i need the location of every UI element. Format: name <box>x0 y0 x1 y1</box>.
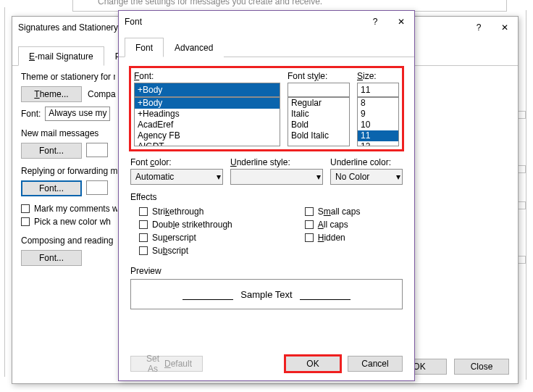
style-field-label: Font style: <box>288 71 350 81</box>
style-listbox[interactable]: Regular Italic Bold Bold Italic <box>288 97 350 146</box>
help-button[interactable]: ? <box>466 17 492 38</box>
sig-close-button[interactable]: Close <box>454 359 509 375</box>
font-input[interactable] <box>134 83 280 97</box>
mark-label: Mark my comments w <box>34 204 117 214</box>
double-strikethrough-checkbox[interactable]: Double strikethrough <box>139 218 232 231</box>
list-item[interactable]: Bold Italic <box>288 130 349 141</box>
tab-advanced[interactable]: Advanced <box>164 38 224 57</box>
reply-sample <box>86 180 108 195</box>
chk-label: Double strikethrough <box>152 220 232 230</box>
chk-label: Subscript <box>152 246 188 256</box>
font-cancel-button[interactable]: Cancel <box>348 356 403 372</box>
size-field-label: Size: <box>357 71 399 81</box>
chk-label: Superscript <box>152 233 196 243</box>
style-input[interactable] <box>288 83 350 97</box>
compose-font-button[interactable]: Font... <box>21 250 82 266</box>
all-caps-checkbox[interactable]: All caps <box>305 218 361 231</box>
hidden-checkbox[interactable]: Hidden <box>305 231 361 244</box>
font-listbox[interactable]: +Body +Headings AcadEref Agency FB AIGDT <box>134 97 280 146</box>
underline-style-dropdown[interactable]: ▾ <box>230 169 323 185</box>
list-item[interactable]: AcadEref <box>135 120 280 130</box>
tab-email-signature[interactable]: E-mail Signature <box>18 46 104 66</box>
strikethrough-checkbox[interactable]: Strikethrough <box>139 205 232 218</box>
chevron-down-icon: ▾ <box>217 172 221 182</box>
close-icon[interactable]: ✕ <box>492 17 518 38</box>
list-item[interactable]: Italic <box>288 109 349 120</box>
underline-color-label: Underline color: <box>330 157 403 167</box>
pick-label: Pick a new color wh <box>34 217 117 227</box>
font-dropdown-label: Font: <box>21 109 41 119</box>
set-default-button[interactable]: Set As Default <box>130 356 203 372</box>
font-field-label: Font: <box>134 71 280 81</box>
list-item[interactable]: 10 <box>358 120 398 130</box>
font-ok-button[interactable]: OK <box>285 356 340 372</box>
font-dialog-title: Font <box>125 17 362 27</box>
chk-label: All caps <box>318 220 348 230</box>
list-item[interactable]: Bold <box>288 120 349 130</box>
chk-label: Hidden <box>318 233 345 243</box>
list-item[interactable]: +Headings <box>135 109 280 120</box>
uline-color-value: No Color <box>335 172 369 182</box>
list-item[interactable]: 12 <box>358 141 398 146</box>
compa-label: Compa <box>88 89 116 99</box>
font-titlebar: Font ? ✕ <box>119 11 414 33</box>
superscript-checkbox[interactable]: Superscript <box>139 231 232 244</box>
chevron-down-icon: ▾ <box>316 172 321 182</box>
list-item[interactable]: 8 <box>358 98 398 109</box>
preview-label: Preview <box>130 266 403 276</box>
font-usage-display: Always use my fonts <box>45 107 110 121</box>
tab-font[interactable]: Font <box>125 38 164 57</box>
size-input[interactable] <box>357 83 399 97</box>
font-help-button[interactable]: ? <box>362 11 388 33</box>
list-item[interactable]: +Body <box>135 98 280 109</box>
font-color-dropdown[interactable]: Automatic ▾ <box>130 169 223 185</box>
effects-label: Effects <box>130 192 403 202</box>
new-mail-sample <box>86 143 108 157</box>
list-item[interactable]: Regular <box>288 98 349 109</box>
preview-text: Sample Text <box>240 289 292 300</box>
list-item[interactable]: 9 <box>358 109 398 120</box>
font-close-icon[interactable]: ✕ <box>388 11 414 33</box>
theme-section-label: Theme or stationery for new HTML e-mail … <box>21 72 115 82</box>
preview-box: Sample Text <box>130 279 403 309</box>
small-caps-checkbox[interactable]: Small caps <box>305 205 361 218</box>
chk-label: Strikethrough <box>152 207 203 217</box>
list-item[interactable]: 11 <box>358 130 398 141</box>
reply-section-label: Replying or forwarding m <box>21 166 128 176</box>
size-listbox[interactable]: 8 9 10 11 12 <box>357 97 399 146</box>
reply-font-button[interactable]: Font... <box>21 180 82 196</box>
font-dialog: Font ? ✕ Font Advanced Font: +Body +Head… <box>118 10 415 381</box>
new-mail-font-button[interactable]: Font... <box>21 143 82 159</box>
list-item[interactable]: AIGDT <box>135 141 280 146</box>
underline-style-label: Underline style: <box>230 157 323 167</box>
theme-button[interactable]: Theme... <box>21 86 82 102</box>
chk-label: Small caps <box>318 207 361 217</box>
compose-section-label: Composing and reading <box>21 235 122 246</box>
chevron-down-icon: ▾ <box>396 172 400 182</box>
subscript-checkbox[interactable]: Subscript <box>139 244 232 257</box>
underline-color-dropdown[interactable]: No Color ▾ <box>330 169 403 185</box>
font-color-label: Font color: <box>130 157 223 167</box>
color-value: Automatic <box>135 172 174 182</box>
list-item[interactable]: Agency FB <box>135 130 280 141</box>
